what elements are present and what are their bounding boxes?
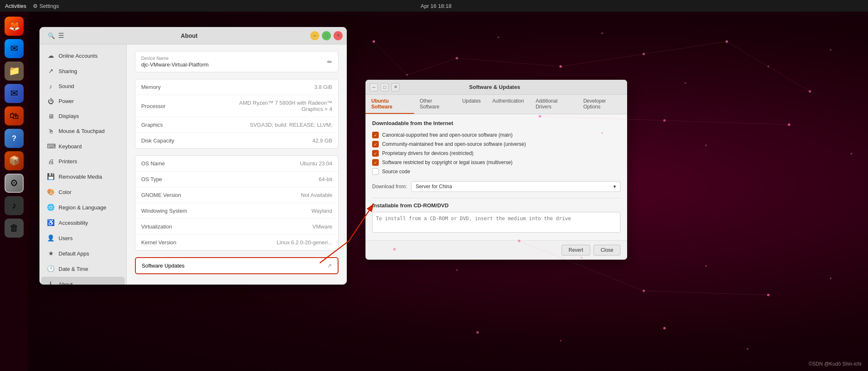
tab-authentication[interactable]: Authentication [487,95,530,114]
svg-point-0 [373,40,375,43]
svg-point-4 [559,65,562,68]
hardware-info-section: Memory 3.8 GiB Processor AMD Ryzen™ 7 58… [135,79,338,149]
svg-point-24 [767,294,770,296]
checkbox-multiverse[interactable]: ✓ [372,159,379,166]
sidebar-item-online-accounts[interactable]: ☁ Online Accounts [41,48,125,63]
dock-evolution[interactable]: ✉ [5,84,24,103]
os-name-key: OS Name [141,160,165,167]
checkbox-row-main: ✓ Canonical-supported free and open-sour… [372,130,620,140]
checkbox-restricted[interactable]: ✓ [372,150,379,157]
svg-point-29 [747,348,748,350]
sidebar-item-date-time[interactable]: 🕐 Date & Time [41,261,125,276]
checkbox-row-restricted: ✓ Proprietary drivers for devices (restr… [372,149,620,158]
sidebar-item-displays[interactable]: 🖥 Displays [41,109,125,123]
software-updates-label: Software Updates [142,263,184,269]
sidebar-label-users: Users [59,235,73,241]
dock-help[interactable]: ? [5,129,24,148]
svg-point-17 [851,153,852,155]
svg-point-11 [830,49,831,51]
dock-files[interactable]: 📁 [5,61,24,81]
search-icon: 🔍 [48,32,55,39]
dock-thunderbird[interactable]: ✉ [5,39,24,58]
svg-line-32 [457,58,561,66]
sidebar-item-accessibility[interactable]: ♿ Accessibility [41,215,125,230]
region-icon: 🌐 [47,204,54,211]
sw-maximize-button[interactable]: □ [380,83,389,91]
revert-button[interactable]: Revert [562,245,590,256]
sidebar-item-sound[interactable]: ♪ Sound [41,79,125,93]
svg-line-34 [644,42,727,54]
close-sw-button[interactable]: Close [593,245,620,256]
checkbox-label-source: Source code [382,169,410,174]
edit-icon[interactable]: ✏ [327,59,332,65]
sharing-icon: ↗ [47,67,54,75]
hamburger-icon[interactable]: ☰ [58,32,64,39]
gnome-version-row: GNOME Version Not Available [135,187,338,203]
close-button[interactable]: ✕ [333,31,343,40]
svg-point-25 [830,278,831,279]
sidebar-item-printers[interactable]: 🖨 Printers [41,154,125,169]
sw-close-button[interactable]: ✕ [391,83,400,91]
users-icon: 👤 [47,234,54,242]
dock-music[interactable]: ♪ [5,196,24,215]
sound-icon: ♪ [47,83,54,90]
gnome-version-value: Not Available [301,192,332,198]
sidebar-item-region-language[interactable]: 🌐 Region & Language [41,200,125,215]
date-time-icon: 🕐 [47,265,54,273]
svg-point-7 [684,82,686,84]
os-type-value: 64-bit [319,176,332,182]
sidebar-item-sharing[interactable]: ↗ Sharing [41,64,125,79]
sidebar-item-color[interactable]: 🎨 Color [41,184,125,199]
sidebar-item-power[interactable]: ⏻ Power [41,94,125,108]
download-from-select[interactable]: Server for China ▾ [411,181,620,192]
cd-rom-input[interactable] [372,212,620,233]
device-name-value: djc-VMware-Virtual-Platform [141,61,208,68]
sidebar-item-users[interactable]: 👤 Users [41,231,125,246]
divider [372,198,620,198]
processor-row: Processor AMD Ryzen™ 7 5800H with Radeon… [135,95,338,117]
power-icon: ⏻ [47,98,54,105]
sw-body: Downloadable from the Internet ✓ Canonic… [365,114,627,240]
downloadable-section-title: Downloadable from the Internet [372,120,620,126]
sidebar-item-about[interactable]: ℹ About [41,277,125,285]
checkbox-universe[interactable]: ✓ [372,141,379,147]
software-updates-row[interactable]: Software Updates ↗ [135,257,338,274]
dock-trash[interactable]: 🗑 [5,219,24,238]
sidebar-label-printers: Printers [59,158,77,165]
dock-snap[interactable]: 📦 [5,151,24,170]
sw-minimize-button[interactable]: ─ [370,83,378,91]
sidebar-item-default-apps[interactable]: ★ Default Apps [41,246,125,261]
minimize-button[interactable]: ─ [310,31,319,40]
svg-point-27 [560,340,562,342]
tab-other-software[interactable]: Other Software [414,95,456,114]
checkbox-label-restricted: Proprietary drivers for devices (restric… [382,150,473,156]
tab-developer-options[interactable]: Developer Options [577,95,627,114]
windowing-system-row: Windowing System Wayland [135,203,338,219]
svg-point-5 [601,32,603,34]
datetime: Apr 16 18:18 [421,3,451,9]
tab-updates[interactable]: Updates [456,95,487,114]
tab-additional-drivers[interactable]: Additional Drivers [530,95,578,114]
topbar: Activities ⚙ Settings Apr 16 18:18 [0,0,868,12]
dock-ubuntu-software[interactable]: 🛍 [5,106,24,125]
windowing-system-value: Wayland [311,208,332,214]
checkbox-main[interactable]: ✓ [372,132,379,138]
os-name-value: Ubuntu 23.04 [300,160,332,167]
dock-settings[interactable]: ⚙ [5,174,24,193]
sidebar-label-default-apps: Default Apps [59,251,89,257]
settings-titlebar: 🔍 ☰ About ─ □ ✕ [39,27,347,44]
sidebar-item-removable-media[interactable]: 💾 Removable Media [41,169,125,184]
svg-line-37 [664,120,789,125]
tab-ubuntu-software[interactable]: Ubuntu Software [365,95,414,114]
checkbox-row-multiverse: ✓ Software restricted by copyright or le… [372,158,620,167]
activities-button[interactable]: Activities [5,3,26,9]
sidebar-item-mouse-touchpad[interactable]: 🖱 Mouse & Touchpad [41,124,125,138]
sidebar-item-keyboard[interactable]: ⌨ Keyboard [41,139,125,154]
printer-icon: 🖨 [47,158,54,165]
keyboard-icon: ⌨ [47,143,54,150]
kernel-version-value: Linux 6.2.0-20-generi... [277,239,332,246]
kernel-version-row: Kernel Version Linux 6.2.0-20-generi... [135,235,338,250]
dock-firefox[interactable]: 🦊 [5,17,24,36]
maximize-button[interactable]: □ [322,31,331,40]
checkbox-source[interactable] [372,168,379,175]
